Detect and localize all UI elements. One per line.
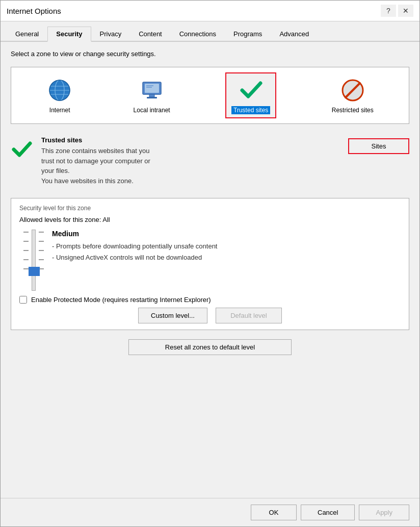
tabs-bar: General Security Privacy Content Connect… (1, 21, 419, 42)
zone-restricted-sites-label: Restricted sites (332, 107, 374, 114)
tab-programs[interactable]: Programs (225, 27, 271, 42)
zone-info-description: This zone contains websites that you tru… (41, 146, 340, 186)
reset-btn-row: Reset all zones to default level (11, 339, 409, 355)
cancel-button[interactable]: Cancel (301, 505, 355, 520)
zone-description-area: Trusted sites This zone contains website… (11, 130, 409, 192)
protected-mode-checkbox[interactable] (19, 296, 27, 304)
level-description: Medium - Prompts before downloading pote… (52, 230, 401, 263)
trusted-sites-icon (238, 77, 264, 103)
zone-internet-label: Internet (49, 107, 70, 114)
tab-privacy[interactable]: Privacy (91, 27, 130, 42)
apply-button[interactable]: Apply (359, 505, 409, 520)
zone-local-intranet-label: Local intranet (134, 107, 170, 114)
tab-security[interactable]: Security (47, 27, 91, 42)
sites-button-wrap: Sites (348, 136, 409, 154)
help-button[interactable]: ? (381, 5, 396, 17)
sites-button[interactable]: Sites (348, 138, 409, 154)
security-level-box: Security level for this zone Allowed lev… (11, 198, 409, 330)
ok-button[interactable]: OK (251, 505, 297, 520)
zone-select-label: Select a zone to view or change security… (11, 50, 409, 58)
local-intranet-icon (139, 77, 165, 104)
svg-rect-10 (149, 94, 154, 97)
level-points: - Prompts before downloading potentially… (52, 241, 401, 263)
close-button[interactable]: ✕ (398, 5, 413, 17)
svg-rect-7 (145, 84, 159, 93)
zone-internet[interactable]: Internet (41, 74, 78, 117)
security-slider-thumb (29, 267, 40, 276)
tab-general[interactable]: General (7, 27, 47, 42)
level-name: Medium (52, 230, 401, 238)
zone-trusted-sites-label: Trusted sites (231, 106, 270, 114)
security-slider-track[interactable] (32, 230, 36, 291)
level-buttons-row: Custom level... Default level (19, 308, 401, 323)
zone-info-title: Trusted sites (41, 136, 340, 144)
allowed-levels-label: Allowed levels for this zone: All (19, 216, 401, 223)
svg-rect-11 (147, 97, 157, 98)
custom-level-button[interactable]: Custom level... (138, 308, 207, 323)
internet-icon (46, 77, 73, 104)
zone-local-intranet[interactable]: Local intranet (128, 74, 175, 117)
internet-options-dialog: Internet Options ? ✕ General Security Pr… (0, 0, 420, 527)
zone-trusted-sites[interactable]: Trusted sites (225, 72, 276, 118)
bottom-bar: OK Cancel Apply (1, 498, 419, 526)
level-point-1: - Prompts before downloading potentially… (52, 242, 217, 250)
tab-connections[interactable]: Connections (171, 27, 225, 42)
title-buttons: ? ✕ (381, 5, 413, 17)
protected-mode-label: Enable Protected Mode (requires restarti… (31, 296, 211, 304)
reset-all-zones-button[interactable]: Reset all zones to default level (128, 339, 292, 355)
protected-mode-row: Enable Protected Mode (requires restarti… (19, 296, 401, 304)
zone-desc-text: Trusted sites This zone contains website… (41, 136, 340, 186)
dialog-title: Internet Options (7, 7, 61, 15)
level-point-2: - Unsigned ActiveX controls will not be … (52, 254, 202, 261)
zones-box: Internet Loca (11, 67, 409, 124)
title-bar: Internet Options ? ✕ (1, 1, 419, 21)
zone-status-icon (11, 138, 33, 161)
level-content: Medium - Prompts before downloading pote… (19, 230, 401, 291)
security-level-group-label: Security level for this zone (19, 205, 401, 212)
tab-content[interactable]: Content (130, 27, 171, 42)
main-content: Select a zone to view or change security… (1, 42, 419, 498)
zone-restricted-sites[interactable]: Restricted sites (327, 74, 379, 117)
tab-advanced[interactable]: Advanced (271, 27, 318, 42)
restricted-sites-icon (339, 77, 366, 104)
default-level-button[interactable]: Default level (216, 308, 282, 323)
